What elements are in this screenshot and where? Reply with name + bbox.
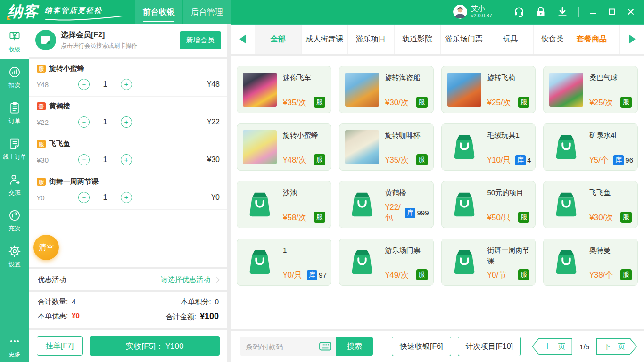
cart-item-controls: ¥22 − 1 + ¥22 — [37, 116, 220, 128]
maximize-button[interactable] — [608, 8, 616, 16]
summary-row: 合计数量:4 本单积分:0 — [38, 297, 219, 306]
sidebar-item-shift-handover[interactable]: 交班 — [0, 167, 29, 203]
promo-row[interactable]: 优惠活动 请选择优惠活动 — [29, 269, 227, 290]
sidebar-item-orders[interactable]: 订单 — [0, 95, 29, 131]
category-tab-5[interactable]: 玩具 — [487, 25, 534, 54]
app-slogan-box: 纳客管店更轻松 — [45, 3, 124, 21]
shopping-bag-icon — [345, 245, 379, 279]
minimize-button[interactable] — [589, 8, 597, 16]
category-tab-0[interactable]: 全部 — [255, 25, 302, 54]
category-tab-3[interactable]: 轨道影院 — [395, 25, 441, 54]
category-tab-label: 饮食类 — [541, 34, 564, 44]
lock-icon[interactable] — [535, 6, 546, 17]
category-tab-1[interactable]: 成人街舞课 — [302, 25, 348, 54]
download-icon[interactable] — [557, 6, 568, 17]
decrease-qty-button[interactable]: − — [78, 116, 90, 128]
product-name: 飞飞鱼 — [589, 188, 633, 198]
product-price: ¥50/只 — [487, 212, 511, 223]
product-badges: 服 — [314, 154, 327, 165]
product-card[interactable]: 50元的项目 ¥50/只 服 — [441, 181, 536, 228]
product-card[interactable]: 飞飞鱼 ¥30/次 服 — [543, 181, 638, 228]
summary-row: 本单优惠:¥0 合计金额:¥100 — [38, 312, 219, 321]
category-tab-package[interactable]: 套餐商品 — [564, 25, 619, 54]
stock-count: 999 — [417, 209, 429, 217]
product-card[interactable]: 矿泉水4l ¥5/个 库 96 — [543, 123, 638, 171]
product-card-bottom: ¥35/次 服 — [283, 97, 327, 108]
service-badge: 服 — [620, 269, 632, 280]
product-card[interactable]: 黄鹤楼 ¥22/包 库 999 — [339, 181, 434, 228]
product-card[interactable]: 毛绒玩具1 ¥10/只 库 4 — [441, 123, 536, 171]
add-member-button[interactable]: 新增会员 — [180, 31, 221, 49]
product-card[interactable]: 1 ¥0/只 库 97 — [237, 239, 331, 286]
product-card-bottom: ¥58/次 服 — [283, 212, 327, 223]
cart-item: 普 黄鹤楼 ¥22 − 1 + ¥22 — [29, 97, 227, 134]
cart-item-qty: 1 — [90, 193, 121, 202]
increase-qty-button[interactable]: + — [121, 116, 132, 128]
nav-tab-front-cashier[interactable]: 前台收银 — [135, 0, 182, 24]
count-item-button[interactable]: 计次项目[F10] — [458, 337, 521, 356]
cart-item-qty: 1 — [90, 156, 121, 164]
decrease-qty-button[interactable]: − — [78, 192, 90, 203]
checkout-button[interactable]: 实收[F5]： ¥100 — [90, 336, 220, 356]
item-type-badge: 服 — [37, 178, 46, 186]
stock-badge: 库 — [307, 270, 317, 280]
cart-footer: 挂单[F7] 实收[F5]： ¥100 — [29, 330, 227, 362]
clear-cart-button[interactable]: 清空 — [33, 235, 59, 260]
quick-cashier-button[interactable]: 快速收银[F6] — [392, 337, 451, 356]
product-badges: 服 — [416, 269, 429, 280]
cart-item-total: ¥22 — [207, 118, 220, 126]
product-name: 桑巴气球 — [589, 73, 633, 83]
category-tabs: 全部 成人街舞课 游乐项目 轨道影院 游乐场门票 玩具 饮食类 — [255, 25, 564, 54]
decrease-qty-button[interactable]: − — [78, 79, 90, 90]
product-card[interactable]: 迷你飞车 ¥35/次 服 — [237, 66, 331, 113]
product-card[interactable]: 旋转咖啡杯 ¥35/次 服 — [339, 123, 434, 171]
decrease-qty-button[interactable]: − — [78, 154, 90, 165]
window-controls — [589, 8, 635, 16]
barcode-input[interactable] — [246, 343, 316, 351]
product-card[interactable]: 旋转飞椅 ¥25/次 服 — [441, 66, 536, 113]
support-headset-icon[interactable] — [513, 6, 525, 17]
product-card[interactable]: 奥特曼 ¥38/个 服 — [543, 239, 638, 286]
sidebar-item-recharge-count[interactable]: 充次 — [0, 203, 29, 239]
product-card[interactable]: 旋转小蜜蜂 ¥48/次 服 — [237, 123, 331, 171]
product-badges: 服 — [620, 269, 633, 280]
increase-qty-button[interactable]: + — [121, 154, 132, 165]
product-card-bottom: ¥25/次 服 — [589, 97, 633, 108]
next-page-button[interactable]: 下一页 — [596, 338, 637, 355]
sidebar-item-deduct-count[interactable]: 扣次 — [0, 59, 29, 95]
divider — [578, 7, 579, 17]
category-scroll-left-button[interactable] — [231, 25, 255, 54]
keyboard-icon[interactable] — [319, 342, 331, 351]
barcode-input-wrap — [240, 337, 336, 356]
order-discount: 本单优惠:¥0 — [38, 312, 80, 321]
order-icon — [8, 101, 21, 115]
product-card[interactable]: 沙池 ¥58/次 服 — [237, 181, 331, 228]
member-select-card[interactable]: 选择会员[F2] 点击进行会员搜索或刷卡操作 新增会员 — [29, 24, 227, 57]
increase-qty-button[interactable]: + — [121, 192, 132, 203]
product-card[interactable]: 游乐场门票 ¥49/次 服 — [339, 239, 434, 286]
member-texts[interactable]: 选择会员[F2] 点击进行会员搜索或刷卡操作 — [61, 30, 175, 50]
increase-qty-button[interactable]: + — [121, 79, 132, 90]
cart-item-total: ¥0 — [211, 193, 220, 202]
prev-page-button[interactable]: 上一页 — [532, 338, 572, 355]
hold-order-button[interactable]: 挂单[F7] — [37, 336, 83, 356]
sidebar-item-more[interactable]: 更多 — [0, 331, 29, 362]
product-card[interactable]: 旋转海盗船 ¥30/次 服 — [339, 66, 434, 113]
sidebar: 收银 扣次 订单 线上订单 交班 充次 设置 更多 — [0, 24, 29, 362]
product-image — [345, 130, 379, 164]
product-card[interactable]: 桑巴气球 ¥25/次 服 — [543, 66, 638, 113]
sidebar-item-online-orders[interactable]: 线上订单 — [0, 131, 29, 167]
category-tab-6[interactable]: 饮食类 — [534, 25, 564, 54]
sidebar-item-cashier[interactable]: 收银 — [0, 24, 29, 59]
search-button[interactable]: 搜索 — [336, 337, 373, 356]
stock-badge: 库 — [613, 155, 624, 165]
sidebar-item-settings[interactable]: 设置 — [0, 239, 29, 274]
category-tab-4[interactable]: 游乐场门票 — [441, 25, 487, 54]
nav-tab-label: 前台收银 — [143, 7, 175, 17]
nav-tab-backend-admin[interactable]: 后台管理 — [183, 0, 231, 24]
product-card[interactable]: 街舞一周两节课 ¥0/节 服 — [441, 239, 536, 286]
user-menu[interactable]: 艾小 v2.0.0.37 — [453, 4, 492, 19]
close-button[interactable] — [627, 8, 635, 16]
category-scroll-right-button[interactable] — [619, 25, 644, 54]
category-tab-2[interactable]: 游乐项目 — [348, 25, 395, 54]
